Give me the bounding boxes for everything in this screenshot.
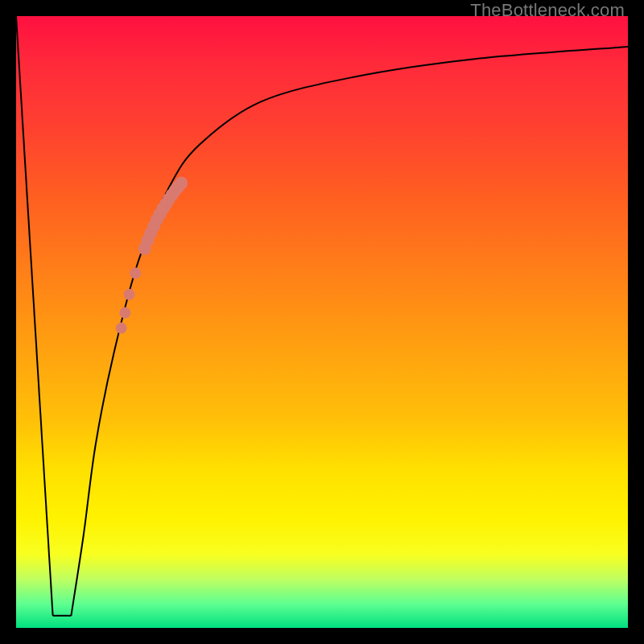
scatter-dot <box>124 289 135 300</box>
scatter-dot <box>175 177 188 190</box>
scatter-dot <box>116 323 127 334</box>
bottleneck-curve-left <box>16 16 53 616</box>
plot-area <box>16 16 628 628</box>
chart-svg <box>16 16 628 628</box>
bottleneck-curve-right <box>71 47 628 616</box>
scatter-points <box>116 177 188 334</box>
scatter-dot <box>130 267 141 279</box>
scatter-dot <box>119 308 130 319</box>
chart-container: TheBottleneck.com <box>0 0 644 644</box>
watermark-text: TheBottleneck.com <box>470 0 625 21</box>
